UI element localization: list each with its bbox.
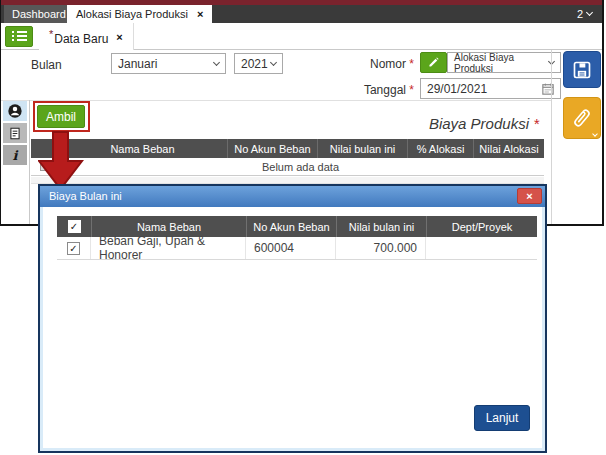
- doc-tab-label: *Data Baru: [49, 28, 108, 46]
- header-nilai-alokasi[interactable]: Nilai Alokasi: [473, 139, 544, 158]
- doc-tab-close-icon[interactable]: ×: [116, 31, 122, 43]
- document-icon: [8, 126, 22, 141]
- person-icon: [7, 103, 23, 119]
- chevron-down-icon: [592, 131, 598, 137]
- select-all-checkbox[interactable]: ✓: [68, 220, 81, 233]
- save-floppy-icon: [572, 60, 592, 80]
- tab-data-baru[interactable]: *Data Baru ×: [39, 23, 134, 50]
- cell-nilai: 700.000: [336, 237, 426, 259]
- required-marker: *: [409, 83, 414, 97]
- modal-body: ✓ Nama Beban No Akun Beban Nilai bulan i…: [40, 207, 545, 451]
- header-persen-alokasi[interactable]: % Alokasi: [407, 139, 473, 158]
- save-button[interactable]: [563, 51, 601, 88]
- calendar-icon[interactable]: [542, 83, 554, 95]
- sidebar-tab-info[interactable]: i: [3, 145, 27, 165]
- year-value: 2021: [241, 57, 271, 71]
- screenshot-root: Dashboard Alokasi Biaya Produksi × 2 *Da…: [0, 0, 606, 455]
- bulan-label: Bulan: [31, 58, 62, 72]
- tanggal-label: Tanggal *: [331, 83, 414, 97]
- pencil-icon: [427, 56, 440, 69]
- lanjut-button[interactable]: Lanjut: [474, 405, 530, 431]
- tab-dashboard[interactable]: Dashboard: [4, 5, 74, 23]
- cell-nama-beban: Beban Gaji, Upah & Honorer: [91, 237, 246, 259]
- nomor-select[interactable]: Alokasi Biaya Produksi: [447, 52, 561, 73]
- sidebar-tab-form[interactable]: [3, 123, 27, 143]
- edit-nomor-button[interactable]: [420, 52, 447, 73]
- cell-no-akun: 600004: [246, 237, 336, 259]
- required-marker: *: [409, 57, 414, 71]
- menu-button[interactable]: [5, 26, 33, 47]
- header-no-akun-beban[interactable]: No Akun Beban: [246, 216, 336, 237]
- chevron-down-icon: [586, 9, 593, 16]
- header-nilai-bulan-ini[interactable]: Nilai bulan ini: [336, 216, 426, 237]
- nomor-value: Alokasi Biaya Produksi: [454, 52, 549, 74]
- left-strip-divider: [29, 100, 30, 224]
- year-select[interactable]: 2021: [234, 53, 283, 74]
- chevron-down-icon: [213, 58, 220, 65]
- tab-label: Alokasi Biaya Produksi: [76, 5, 188, 23]
- ambil-button[interactable]: Ambil: [37, 105, 85, 128]
- biaya-bulan-ini-modal: Biaya Bulan ini × ✓ Nama Beban No Akun B…: [38, 184, 547, 453]
- notification-count: 2: [577, 5, 583, 23]
- tanggal-value: 29/01/2021: [427, 82, 542, 96]
- biaya-produksi-table: Nama Beban No Akun Beban Nilai bulan ini…: [31, 139, 544, 176]
- table-header-row: Nama Beban No Akun Beban Nilai bulan ini…: [31, 139, 544, 158]
- tanggal-input[interactable]: 29/01/2021: [420, 78, 561, 99]
- modal-title-bar[interactable]: Biaya Bulan ini: [40, 186, 545, 207]
- paperclip-icon: [565, 101, 599, 135]
- header-no-akun-beban[interactable]: No Akun Beban: [227, 139, 317, 158]
- document-tab-bar: *Data Baru ×: [1, 23, 602, 50]
- notification-indicator[interactable]: 2: [577, 5, 592, 23]
- table-row[interactable]: ✓ Beban Gaji, Upah & Honorer 600004 700.…: [57, 237, 537, 260]
- section-title: Biaya Produksi *: [429, 115, 539, 132]
- empty-table-row: Belum ada data: [31, 158, 544, 176]
- close-icon: ×: [526, 191, 532, 202]
- annotation-arrow-down: [38, 131, 84, 191]
- header-nilai-bulan-ini[interactable]: Nilai bulan ini: [317, 139, 407, 158]
- top-tab-bar: Dashboard Alokasi Biaya Produksi × 2: [1, 5, 602, 23]
- info-icon: i: [13, 148, 18, 163]
- bulan-select[interactable]: Januari: [111, 53, 226, 74]
- select-all-cell: ✓: [57, 216, 91, 237]
- chevron-down-icon: [270, 58, 277, 65]
- attachment-button[interactable]: [563, 97, 601, 139]
- empty-text: Belum ada data: [57, 158, 544, 175]
- tab-alokasi-biaya-produksi[interactable]: Alokasi Biaya Produksi ×: [67, 5, 212, 23]
- modal-close-button[interactable]: ×: [517, 188, 542, 204]
- sidebar-tab-user[interactable]: [3, 101, 27, 121]
- bulan-value: Januari: [118, 57, 214, 71]
- required-marker: *: [533, 115, 539, 132]
- table-footer-strip: [31, 177, 544, 184]
- unsaved-marker: *: [49, 28, 53, 40]
- list-icon: [11, 31, 27, 41]
- header-dept-proyek[interactable]: Dept/Proyek: [426, 216, 537, 237]
- row-checkbox[interactable]: ✓: [67, 242, 80, 255]
- biaya-bulan-ini-table: ✓ Nama Beban No Akun Beban Nilai bulan i…: [57, 216, 537, 260]
- right-panel-divider: [551, 50, 552, 224]
- tab-close-icon[interactable]: ×: [197, 5, 203, 23]
- row-checkbox-cell: ✓: [57, 237, 91, 259]
- cell-dept-proyek: [426, 237, 537, 259]
- nomor-label: Nomor *: [331, 57, 414, 71]
